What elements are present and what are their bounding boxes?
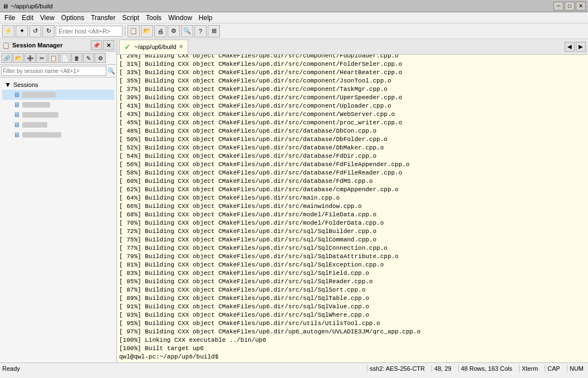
session-rename-btn[interactable]: ✎	[83, 53, 94, 63]
terminal-line: [ 77%] Building CXX object CMakeFiles/up…	[119, 244, 586, 253]
toolbar-btn5[interactable]: 📋	[128, 25, 140, 37]
toolbar-btn8[interactable]: ⚙	[168, 25, 180, 37]
terminal-line: [ 52%] Building CXX object CMakeFiles/up…	[119, 144, 586, 152]
session-delete-btn[interactable]: 🗑	[71, 53, 82, 63]
terminal-line: [ 56%] Building CXX object CMakeFiles/up…	[119, 161, 586, 169]
menu-script[interactable]: Script	[119, 13, 143, 23]
title-bar-left: 🖥 ~/app/up6/build	[2, 3, 53, 9]
session-name-blurred	[22, 92, 56, 98]
close-button[interactable]: ✕	[576, 2, 586, 11]
terminal-line: [ 91%] Building CXX object CMakeFiles/up…	[119, 303, 586, 311]
sessions-root-label: Sessions	[13, 81, 38, 88]
menu-help[interactable]: Help	[195, 13, 216, 23]
session-name-blurred	[22, 112, 58, 118]
sessions-root: ▼ Sessions	[2, 80, 114, 90]
session-name-blurred	[22, 122, 47, 128]
monitor-icon: 🖥	[13, 131, 20, 139]
terminal-line: [ 60%] Building CXX object CMakeFiles/up…	[119, 177, 586, 186]
monitor-icon: 🖥	[13, 121, 20, 129]
terminal-line: [ 64%] Building CXX object CMakeFiles/up…	[119, 194, 586, 202]
terminal-line: [ 35%] Building CXX object CMakeFiles/up…	[119, 77, 586, 85]
toolbar-btn4[interactable]: ↻	[42, 25, 55, 37]
session-paste-btn[interactable]: 📄	[60, 53, 71, 63]
menu-transfer[interactable]: Transfer	[87, 13, 119, 23]
terminal-line: [ 54%] Building CXX object CMakeFiles/up…	[119, 152, 586, 161]
status-coords: 48, 29	[432, 365, 454, 372]
session-copy-btn[interactable]: 📋	[48, 53, 59, 63]
session-cut-btn[interactable]: ✂	[36, 53, 47, 63]
terminal-line: [ 58%] Building CXX object CMakeFiles/up…	[119, 169, 586, 177]
active-tab[interactable]: ✓ ~/app/up6/build ✕	[119, 40, 188, 54]
status-caps: CAP	[545, 365, 562, 372]
maximize-button[interactable]: □	[565, 2, 575, 11]
terminal-wrapper: [ 8%] Building CXX object CMakeFiles/up6…	[117, 55, 588, 362]
terminal-line: [ 81%] Building CXX object CMakeFiles/up…	[119, 261, 586, 269]
content-area: ✓ ~/app/up6/build ✕ ◀ ▶ [ 8%] Building C…	[117, 39, 588, 362]
terminal-line: qwl@qwl-pc:~/app/up6/build$	[119, 353, 586, 361]
toolbar-btn9[interactable]: 🔍	[181, 25, 193, 37]
menu-bar: File Edit View Options Transfer Script T…	[0, 12, 588, 23]
terminal-line: [ 48%] Building CXX object CMakeFiles/up…	[119, 127, 586, 135]
session-folder-btn[interactable]: 📂	[13, 53, 24, 63]
tab-close-button[interactable]: ✕	[179, 43, 183, 50]
host-input[interactable]	[56, 26, 122, 37]
list-item[interactable]: 🖥	[2, 110, 114, 120]
app-icon: 🖥	[2, 3, 8, 9]
session-manager: 📋 Session Manager 📌 ✕ 🔗 📂 ➕ ✂ 📋 📄 🗑 ✎ ⚙ …	[0, 39, 117, 362]
list-item[interactable]: 🖥	[2, 100, 114, 110]
list-item[interactable]: 🖥	[2, 120, 114, 130]
title-bar: 🖥 ~/app/up6/build ─ □ ✕	[0, 0, 588, 12]
title-bar-text: ~/app/up6/build	[11, 3, 53, 9]
terminal-line: [ 75%] Building CXX object CMakeFiles/up…	[119, 236, 586, 244]
status-bar: Ready ssh2: AES-256-CTR 48, 29 48 Rows, …	[0, 362, 588, 374]
tab-bar: ✓ ~/app/up6/build ✕ ◀ ▶	[117, 39, 588, 55]
session-filter-input[interactable]	[1, 66, 106, 76]
tree-expand-icon: ▼	[4, 81, 11, 89]
terminal-line: [ 62%] Building CXX object CMakeFiles/up…	[119, 186, 586, 194]
list-item[interactable]: 🖥	[2, 90, 114, 100]
monitor-icon: 🖥	[13, 101, 20, 109]
toolbar-btn3[interactable]: ↺	[29, 25, 41, 37]
session-manager-title: Session Manager	[12, 42, 62, 49]
menu-file[interactable]: File	[1, 13, 18, 23]
menu-edit[interactable]: Edit	[18, 13, 37, 23]
session-link-btn[interactable]: 🔗	[1, 53, 12, 63]
status-right: ssh2: AES-256-CTR 48, 29 48 Rows, 163 Co…	[367, 365, 586, 372]
terminal[interactable]: [ 8%] Building CXX object CMakeFiles/up6…	[117, 55, 588, 362]
minimize-button[interactable]: ─	[553, 2, 564, 11]
session-manager-close-btn[interactable]: ✕	[103, 40, 114, 50]
session-manager-pin-btn[interactable]: 📌	[91, 40, 102, 50]
tab-next-button[interactable]: ▶	[576, 42, 586, 52]
toolbar-btn2[interactable]: ✦	[16, 25, 28, 37]
terminal-line: [ 39%] Building CXX object CMakeFiles/up…	[119, 94, 586, 102]
toolbar-btn7[interactable]: 🖨	[154, 25, 166, 37]
menu-tools[interactable]: Tools	[143, 13, 165, 23]
session-settings-btn[interactable]: ⚙	[95, 53, 106, 63]
terminal-line: [ 93%] Building CXX object CMakeFiles/up…	[119, 311, 586, 319]
toolbar-connect-btn[interactable]: ⚡	[2, 25, 14, 37]
toolbar-btn6[interactable]: 📂	[141, 25, 153, 37]
terminal-line: [ 45%] Building CXX object CMakeFiles/up…	[119, 119, 586, 127]
filter-bar: 🔍	[0, 65, 116, 77]
toolbar-btn10[interactable]: ?	[194, 25, 207, 37]
menu-options[interactable]: Options	[58, 13, 87, 23]
terminal-line: [ 83%] Building CXX object CMakeFiles/up…	[119, 269, 586, 278]
sessions-tree: ▼ Sessions 🖥 🖥 🖥 🖥 🖥	[0, 77, 116, 362]
toolbar-btn11[interactable]: ⊞	[208, 25, 220, 37]
session-toolbar: 🔗 📂 ➕ ✂ 📋 📄 🗑 ✎ ⚙	[0, 52, 116, 65]
terminal-line: [ 68%] Building CXX object CMakeFiles/up…	[119, 211, 586, 219]
tab-prev-button[interactable]: ◀	[565, 42, 575, 52]
tab-title: ~/app/up6/build	[134, 43, 177, 50]
session-manager-icon: 📋	[2, 42, 10, 49]
terminal-line: [ 43%] Building CXX object CMakeFiles/up…	[119, 110, 586, 119]
toolbar: ⚡ ✦ ↺ ↻ 📋 📂 🖨 ⚙ 🔍 ? ⊞	[0, 23, 588, 39]
session-add-btn[interactable]: ➕	[24, 53, 36, 63]
menu-window[interactable]: Window	[165, 13, 195, 23]
list-item[interactable]: 🖥	[2, 130, 114, 140]
title-bar-controls: ─ □ ✕	[553, 2, 586, 11]
menu-view[interactable]: View	[37, 13, 58, 23]
terminal-line: [ 87%] Building CXX object CMakeFiles/up…	[119, 286, 586, 294]
tab-status-icon: ✓	[124, 42, 131, 51]
session-manager-header: 📋 Session Manager 📌 ✕	[0, 39, 116, 52]
terminal-line: [ 29%] Building CXX object CMakeFiles/up…	[119, 55, 586, 60]
